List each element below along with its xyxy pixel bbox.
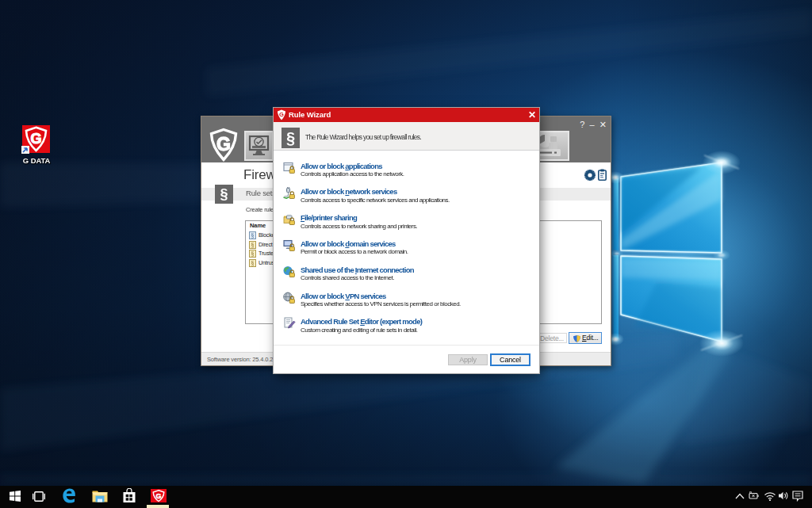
svg-text:G: G [30, 131, 41, 147]
svg-text:§: § [251, 250, 255, 258]
svg-text:G: G [216, 134, 231, 155]
svg-text:§: § [251, 242, 255, 249]
svg-text:§: § [251, 232, 255, 239]
svg-text:§: § [251, 260, 255, 267]
svg-text:G: G [155, 492, 161, 500]
svg-text:G: G [279, 111, 284, 118]
